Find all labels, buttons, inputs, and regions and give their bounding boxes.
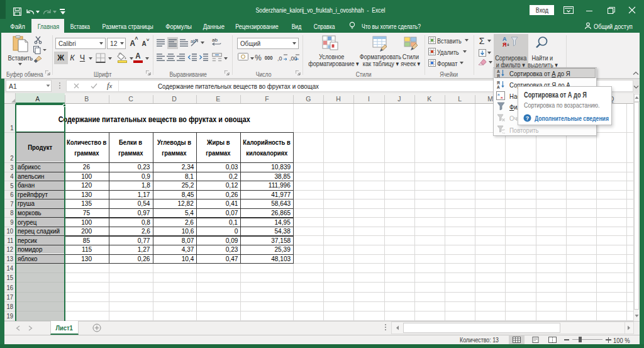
- svg-text:А: А: [497, 69, 500, 74]
- svg-text:Я: Я: [497, 81, 500, 85]
- svg-text:А: А: [497, 85, 500, 89]
- svg-text:ab: ab: [212, 37, 218, 43]
- svg-text:Я: Я: [502, 42, 506, 47]
- svg-text:?: ?: [526, 115, 530, 121]
- svg-text:Я: Я: [497, 74, 500, 77]
- svg-text:ab: ab: [191, 39, 196, 43]
- svg-text:я: я: [501, 96, 502, 99]
